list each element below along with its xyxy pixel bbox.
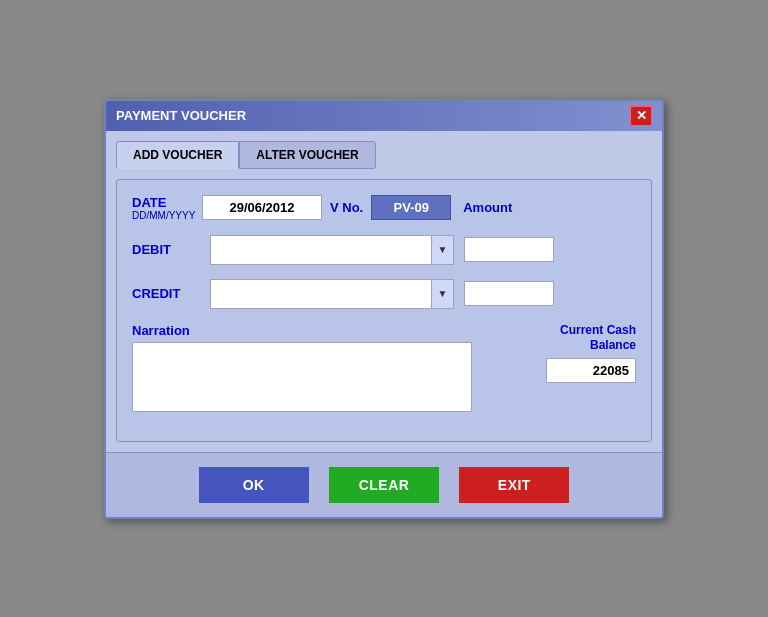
tab-bar: ADD VOUCHER ALTER VOUCHER — [116, 141, 652, 169]
tab-alter-voucher[interactable]: ALTER VOUCHER — [239, 141, 375, 169]
credit-dropdown-arrow[interactable]: ▼ — [431, 280, 453, 308]
narration-left: Narration — [132, 323, 531, 416]
credit-amount-input[interactable] — [464, 281, 554, 306]
debit-label: DEBIT — [132, 242, 202, 257]
date-format-label: DD/MM/YYYY — [132, 210, 202, 221]
credit-input[interactable] — [211, 282, 431, 305]
window-body: ADD VOUCHER ALTER VOUCHER DATE DD/MM/YYY… — [106, 131, 662, 452]
cash-balance-label: Current CashBalance — [560, 323, 636, 354]
date-vno-row: DATE DD/MM/YYYY V No. PV-09 Amount — [132, 195, 636, 221]
narration-textarea[interactable] — [132, 342, 472, 412]
close-button[interactable]: ✕ — [630, 106, 652, 126]
debit-amount-input[interactable] — [464, 237, 554, 262]
debit-dropdown-wrapper: ▼ — [210, 235, 454, 265]
debit-dropdown-arrow[interactable]: ▼ — [431, 236, 453, 264]
vno-value: PV-09 — [371, 195, 451, 220]
date-input[interactable] — [202, 195, 322, 220]
tab-add-voucher[interactable]: ADD VOUCHER — [116, 141, 239, 169]
narration-section: Narration Current CashBalance — [132, 323, 636, 416]
cash-balance-section: Current CashBalance — [546, 323, 636, 383]
credit-label: CREDIT — [132, 286, 202, 301]
credit-dropdown-wrapper: ▼ — [210, 279, 454, 309]
credit-row: CREDIT ▼ — [132, 279, 636, 309]
window-title: PAYMENT VOUCHER — [116, 108, 246, 123]
debit-input[interactable] — [211, 238, 431, 261]
payment-voucher-window: PAYMENT VOUCHER ✕ ADD VOUCHER ALTER VOUC… — [104, 99, 664, 519]
vno-label: V No. — [330, 200, 363, 215]
cash-balance-input[interactable] — [546, 358, 636, 383]
date-label: DATE — [132, 195, 202, 210]
debit-row: DEBIT ▼ — [132, 235, 636, 265]
clear-button[interactable]: CLEAR — [329, 467, 440, 503]
date-group: DATE DD/MM/YYYY — [132, 195, 202, 221]
amount-label: Amount — [463, 200, 512, 215]
ok-button[interactable]: OK — [199, 467, 309, 503]
title-bar: PAYMENT VOUCHER ✕ — [106, 101, 662, 131]
exit-button[interactable]: EXIT — [459, 467, 569, 503]
narration-label: Narration — [132, 323, 531, 338]
button-bar: OK CLEAR EXIT — [106, 452, 662, 517]
form-area: DATE DD/MM/YYYY V No. PV-09 Amount DEBIT… — [116, 179, 652, 442]
